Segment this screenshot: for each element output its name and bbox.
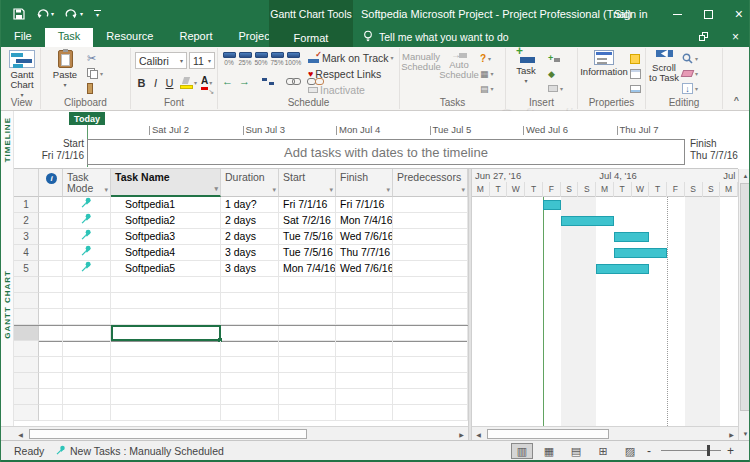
task-cell-name[interactable]	[111, 341, 221, 357]
restore-window-icon[interactable]	[699, 32, 708, 41]
task-cell-pred[interactable]	[393, 357, 468, 373]
gantt-scroll-thumb[interactable]	[487, 429, 609, 439]
selected-cell[interactable]	[111, 325, 221, 341]
column-header-name[interactable]: Task Name▾	[111, 169, 221, 197]
scroll-left-icon[interactable]: ◀	[472, 428, 485, 440]
bold-button[interactable]: B	[135, 77, 148, 89]
task-cell-info[interactable]	[39, 357, 63, 373]
insert-task-button[interactable]: + Task ▾	[510, 50, 542, 84]
task-cell-pred[interactable]	[393, 261, 468, 277]
zoom-out-button[interactable]: -	[647, 441, 651, 461]
find-button[interactable]: ▾	[682, 51, 698, 66]
gantt-chart-pane-strip[interactable]: GANTT CHART	[1, 169, 14, 440]
scroll-right-icon[interactable]: ▶	[455, 428, 468, 440]
tab-task[interactable]: Task	[45, 28, 94, 47]
task-cell-start[interactable]: Tue 7/5/16	[279, 245, 336, 261]
undo-button[interactable]: ▾	[36, 9, 54, 20]
task-cell-mode[interactable]	[63, 293, 111, 309]
task-details-button[interactable]	[630, 66, 641, 81]
row-number[interactable]	[14, 277, 39, 293]
task-cell-duration[interactable]	[221, 341, 279, 357]
row-number[interactable]: 3	[14, 229, 39, 245]
task-cell-pred[interactable]	[393, 213, 468, 229]
zoom-slider-thumb[interactable]	[707, 445, 710, 456]
task-cell-pred[interactable]	[393, 389, 468, 405]
task-cell-info[interactable]	[39, 213, 63, 229]
task-cell-duration[interactable]	[221, 389, 279, 405]
row-number[interactable]	[14, 325, 39, 341]
task-cell-duration[interactable]: 1 day?	[221, 197, 279, 213]
percent-complete-0-button[interactable]: 0%	[222, 52, 236, 66]
scroll-down-icon[interactable]: ▼	[739, 427, 750, 440]
row-number[interactable]	[14, 309, 39, 325]
filter-dropdown-icon[interactable]: ▾	[329, 187, 333, 193]
information-button[interactable]: Information	[580, 50, 628, 77]
inactivate-button[interactable]: Inactivate	[308, 82, 394, 98]
task-cell-finish[interactable]: Mon 7/4/16	[336, 213, 393, 229]
gantt-bar-softpedia4[interactable]	[614, 248, 667, 258]
task-cell-start[interactable]	[279, 325, 336, 341]
indent-task-icon[interactable]: →	[239, 76, 250, 87]
task-cell-start[interactable]	[279, 309, 336, 325]
tab-resource[interactable]: Resource	[93, 28, 166, 45]
task-cell-pred[interactable]	[393, 229, 468, 245]
row-number[interactable]: 1	[14, 197, 39, 213]
task-cell-start[interactable]	[279, 389, 336, 405]
task-cell-duration[interactable]	[221, 357, 279, 373]
respect-links-button[interactable]: ♥ Respect Links	[308, 66, 394, 82]
chevron-down-icon[interactable]: ▾	[194, 80, 197, 86]
redo-button[interactable]: ▾	[65, 9, 83, 20]
insert-summary-button[interactable]: +	[548, 51, 563, 66]
gantt-bar-softpedia1[interactable]	[543, 200, 561, 210]
task-cell-duration[interactable]: 2 days	[221, 229, 279, 245]
add-to-timeline-button[interactable]	[630, 81, 641, 96]
auto-schedule-button[interactable]: → Auto Schedule	[442, 50, 476, 80]
filter-dropdown-icon[interactable]: ▾	[272, 187, 276, 193]
row-number-header[interactable]	[14, 169, 39, 197]
task-cell-duration[interactable]: 3 days	[221, 245, 279, 261]
task-cell-name[interactable]	[111, 293, 221, 309]
close-icon[interactable]: ×	[735, 7, 743, 21]
minimize-icon[interactable]	[673, 14, 682, 15]
zoom-slider-track[interactable]	[661, 450, 721, 451]
column-header-mode[interactable]: Task Mode▾	[63, 169, 111, 197]
chevron-down-icon[interactable]: ▾	[80, 11, 83, 17]
zoom-in-button[interactable]: +	[727, 441, 734, 461]
task-cell-start[interactable]	[279, 277, 336, 293]
task-cell-name[interactable]	[111, 309, 221, 325]
task-cell-finish[interactable]: Wed 7/6/16	[336, 261, 393, 277]
task-cell-info[interactable]	[39, 389, 63, 405]
task-cell-finish[interactable]	[336, 357, 393, 373]
task-cell-finish[interactable]	[336, 309, 393, 325]
team-planner-view-button[interactable]: ▤	[565, 443, 587, 459]
task-cell-info[interactable]	[39, 373, 63, 389]
task-cell-duration[interactable]: 2 days	[221, 213, 279, 229]
task-usage-view-button[interactable]: ▦	[538, 443, 560, 459]
task-cell-duration[interactable]	[221, 309, 279, 325]
sign-in-button[interactable]: Sign in	[614, 0, 648, 28]
filter-dropdown-icon[interactable]: ▾	[461, 187, 465, 193]
task-cell-start[interactable]	[279, 341, 336, 357]
task-cell-finish[interactable]	[336, 373, 393, 389]
chevron-down-icon[interactable]: ▾	[51, 11, 54, 17]
outdent-task-icon[interactable]: ←	[222, 76, 233, 87]
task-cell-duration[interactable]	[221, 373, 279, 389]
task-cell-name[interactable]: Softpedia4	[111, 245, 221, 261]
insert-milestone-button[interactable]: ◆	[548, 66, 563, 81]
task-cell-finish[interactable]	[336, 389, 393, 405]
task-cell-start[interactable]	[279, 293, 336, 309]
vertical-scrollbar[interactable]: ▲ ▼	[738, 169, 750, 440]
tab-format[interactable]: Format	[294, 32, 329, 44]
tab-report[interactable]: Report	[166, 28, 225, 45]
row-number[interactable]	[14, 341, 39, 357]
task-cell-finish[interactable]: Wed 7/6/16	[336, 229, 393, 245]
move-task-button[interactable]: ▦▾	[480, 66, 494, 81]
task-cell-pred[interactable]	[393, 341, 468, 357]
task-cell-name[interactable]	[111, 389, 221, 405]
gantt-chart-view-button[interactable]: ▥	[511, 443, 533, 459]
percent-complete-75-button[interactable]: 75%	[270, 52, 284, 66]
percent-complete-100-button[interactable]: 100%	[286, 52, 300, 66]
gantt-bar-softpedia3[interactable]	[614, 232, 649, 242]
paste-button[interactable]: Paste ▾	[49, 50, 81, 88]
task-cell-start[interactable]: Mon 7/4/16	[279, 261, 336, 277]
